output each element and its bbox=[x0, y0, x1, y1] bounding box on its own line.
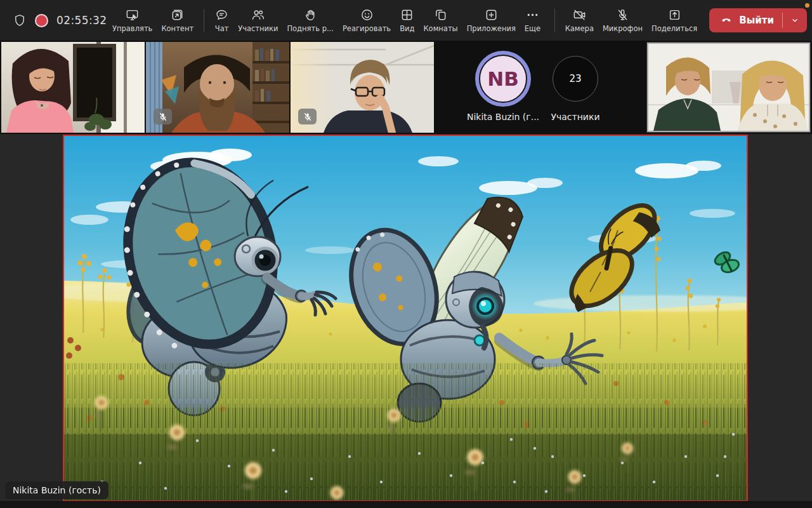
react-label: Реагировать bbox=[343, 24, 391, 33]
notification-dot bbox=[805, 3, 809, 8]
content-button[interactable]: Контент bbox=[161, 8, 193, 33]
shared-screen[interactable] bbox=[63, 135, 748, 502]
rooms-label: Комнаты bbox=[423, 24, 457, 33]
apps-button[interactable]: Приложения bbox=[467, 8, 516, 33]
camera-button[interactable]: Камера bbox=[565, 8, 594, 33]
more-button[interactable]: Еще bbox=[525, 8, 540, 33]
leave-button[interactable]: Выйти bbox=[709, 8, 807, 32]
meeting-timer: 02:55:32 bbox=[56, 14, 107, 27]
meeting-info: 02:55:32 bbox=[13, 13, 108, 27]
apps-label: Приложения bbox=[467, 24, 516, 33]
avatar-initials: NB bbox=[479, 55, 527, 103]
content-label: Контент bbox=[161, 24, 193, 33]
view-grid-icon bbox=[400, 8, 414, 22]
video-filmstrip: NB Nikita Buzin (г... 23 Участники bbox=[0, 41, 812, 134]
chat-button[interactable]: Чат bbox=[214, 8, 229, 33]
view-button[interactable]: Вид bbox=[400, 8, 414, 33]
chat-icon bbox=[214, 8, 229, 22]
video-tile-3[interactable] bbox=[291, 42, 434, 133]
react-button[interactable]: Реагировать bbox=[343, 8, 391, 33]
leave-label: Выйти bbox=[739, 15, 774, 26]
toolbar-separator-2 bbox=[554, 9, 555, 32]
avatar-nikita-buzin[interactable]: NB bbox=[475, 51, 531, 107]
stage: Nikita Buzin (гость) bbox=[0, 134, 812, 508]
mic-off-icon bbox=[158, 112, 168, 122]
tile3-muted-mic-badge bbox=[298, 109, 317, 124]
participants-count-circle[interactable]: 23 bbox=[553, 56, 598, 102]
video-feed-4 bbox=[648, 44, 809, 131]
phone-hangup-icon bbox=[719, 13, 733, 27]
microphone-button[interactable]: Микрофон bbox=[603, 8, 643, 33]
raise-hand-icon bbox=[303, 8, 318, 22]
leave-main[interactable]: Выйти bbox=[709, 13, 782, 27]
share-label: Поделиться bbox=[652, 24, 697, 33]
more-label: Еще bbox=[525, 24, 540, 33]
chat-label: Чат bbox=[215, 24, 229, 33]
participants-button[interactable]: Участники bbox=[238, 8, 278, 33]
mic-off-icon bbox=[303, 112, 313, 122]
react-smiley-icon bbox=[360, 8, 374, 22]
shield-icon bbox=[13, 13, 27, 27]
share-up-icon bbox=[667, 8, 682, 22]
share-button[interactable]: Поделиться bbox=[652, 8, 697, 33]
stage-bottom-strip bbox=[0, 501, 812, 508]
participants-count-label: Участники bbox=[541, 112, 610, 122]
meeting-window: 02:55:32 Управлять Контент Чат Участники… bbox=[0, 0, 812, 508]
shared-screen-image bbox=[64, 136, 747, 500]
camera-label: Камера bbox=[565, 24, 594, 33]
content-icon bbox=[170, 8, 185, 22]
manage-screen-icon bbox=[125, 8, 140, 22]
toolbar: 02:55:32 Управлять Контент Чат Участники… bbox=[0, 0, 812, 41]
video-tile-1[interactable] bbox=[1, 42, 145, 133]
participants-icon bbox=[251, 8, 265, 22]
raise-hand-button[interactable]: Поднять р... bbox=[287, 8, 333, 33]
manage-button[interactable]: Управлять bbox=[112, 8, 152, 33]
mic-off-icon bbox=[615, 8, 630, 22]
presenter-name-chip: Nikita Buzin (гость) bbox=[5, 481, 108, 499]
camera-off-icon bbox=[572, 8, 587, 22]
participants-count: 23 bbox=[569, 73, 581, 84]
participants-label: Участники bbox=[238, 24, 278, 33]
video-tile-2[interactable] bbox=[146, 42, 289, 133]
microphone-label: Микрофон bbox=[603, 24, 643, 33]
raise-hand-label: Поднять р... bbox=[287, 24, 333, 33]
more-dots-icon bbox=[525, 8, 540, 22]
chevron-down-icon bbox=[790, 15, 800, 25]
video-tile-4[interactable] bbox=[647, 43, 810, 132]
rooms-button[interactable]: Комнаты bbox=[423, 8, 457, 33]
manage-label: Управлять bbox=[112, 24, 152, 33]
apps-plus-icon bbox=[484, 8, 499, 22]
rooms-icon bbox=[433, 8, 448, 22]
leave-options-caret[interactable] bbox=[783, 15, 807, 25]
tile2-muted-mic-badge bbox=[154, 109, 172, 124]
grass-shadow bbox=[64, 434, 747, 500]
toolbar-separator bbox=[204, 9, 204, 32]
view-label: Вид bbox=[400, 24, 414, 33]
recording-indicator bbox=[35, 14, 48, 27]
video-feed-1 bbox=[1, 42, 145, 133]
